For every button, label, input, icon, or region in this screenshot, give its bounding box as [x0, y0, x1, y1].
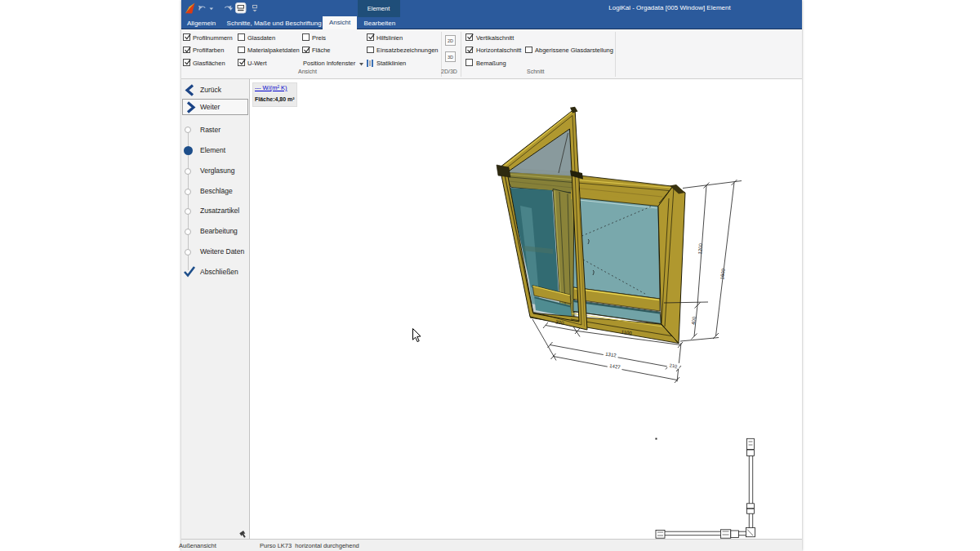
svg-text:210: 210: [669, 362, 677, 368]
svg-text:1200: 1200: [697, 242, 703, 254]
svg-text:400: 400: [691, 316, 697, 325]
svg-text:1600: 1600: [719, 268, 726, 280]
svg-text:2D: 2D: [448, 38, 453, 43]
svg-text:3D: 3D: [448, 55, 453, 60]
svg-text:320: 320: [555, 319, 565, 326]
svg-text:1100: 1100: [621, 330, 632, 336]
